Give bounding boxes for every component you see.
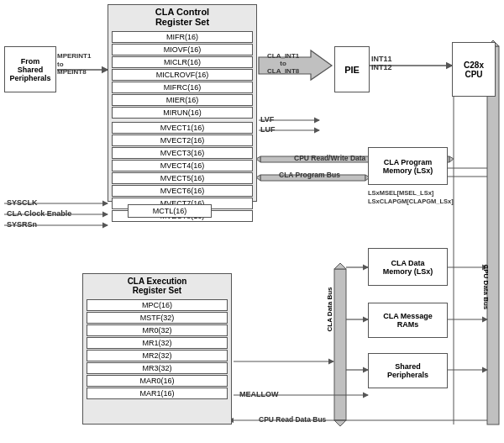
sysclk-label: SYSCLK — [7, 198, 38, 207]
luf-label: LUF — [260, 125, 276, 134]
lsxmsel-label: LSxMSEL[MSEL_LSx] — [368, 189, 433, 197]
lsxclapgm-label: LSxCLAPGM[CLAPGM_LSx] — [368, 198, 454, 205]
cla-program-memory-label: CLA ProgramMemory (LSx) — [383, 158, 433, 175]
shared-peripherals-left-box: FromSharedPeripherals — [4, 46, 56, 92]
shared-peripherals-right-box: SharedPeripherals — [368, 353, 448, 388]
cla-execution-title: CLA ExecutionRegister Set — [83, 274, 231, 298]
cla-data-bus-label: CLA Data Bus — [326, 287, 333, 331]
cla-clock-label: CLA Clock Enable — [7, 209, 71, 218]
reg-mpc: MPC(16) — [87, 299, 228, 311]
reg-mr0: MR0(32) — [87, 324, 228, 336]
c28x-cpu-box: C28xCPU — [452, 42, 496, 97]
cla-int-label: CLA_INT1toCLA_INT8 — [267, 52, 299, 75]
svg-marker-18 — [334, 263, 346, 269]
cla-program-memory-box: CLA ProgramMemory (LSx) — [368, 147, 448, 185]
reg-mar1: MAR1(16) — [87, 388, 228, 399]
diagram: FromSharedPeripherals MPERINT1toMPEINT8 … — [0, 0, 504, 443]
sysrsn-label: SYSRSn — [7, 220, 37, 229]
cpu-data-bus-label: CPU Data Bus — [482, 265, 490, 310]
c28x-cpu-label: C28xCPU — [464, 61, 484, 79]
svg-marker-19 — [334, 420, 346, 426]
cla-data-memory-label: CLA DataMemory (LSx) — [383, 259, 433, 276]
cla-execution-register-box: CLA ExecutionRegister Set MPC(16) MSTF(3… — [82, 273, 232, 425]
cla-message-rams-box: CLA MessageRAMs — [368, 303, 448, 338]
mperint-label: MPERINT1toMPEINT8 — [57, 52, 91, 76]
reg-mirun: MIRUN(16) — [112, 107, 253, 119]
int-label: INT11INT12 — [371, 55, 392, 71]
pie-label: PIE — [344, 65, 360, 75]
reg-mvect3: MVECT3(16) — [112, 147, 253, 159]
shared-peripherals-right-label: SharedPeripherals — [387, 362, 428, 379]
reg-mifr: MIFR(16) — [112, 31, 253, 43]
meallow-label: MEALLOW — [239, 390, 279, 398]
lvf-label: LVF — [260, 115, 274, 124]
reg-mctl-label: MCTL(16) — [153, 207, 187, 215]
reg-mctl-box: MCTL(16) — [128, 204, 212, 218]
svg-rect-15 — [487, 46, 499, 425]
reg-mr2: MR2(32) — [87, 350, 228, 361]
reg-mstf: MSTF(32) — [87, 312, 228, 324]
reg-mvect1: MVECT1(16) — [112, 122, 253, 134]
reg-mr3: MR3(32) — [87, 362, 228, 374]
svg-rect-17 — [334, 269, 346, 420]
cla-control-title: CLA ControlRegister Set — [108, 5, 256, 29]
reg-mr1: MR1(32) — [87, 337, 228, 349]
reg-miclr: MICLR(16) — [112, 56, 253, 68]
reg-miclrovf: MICLROVF(16) — [112, 69, 253, 81]
cla-message-rams-label: CLA MessageRAMs — [383, 312, 433, 329]
reg-mier: MIER(16) — [112, 94, 253, 106]
cla-control-register-box: CLA ControlRegister Set MIFR(16) MIOVF(1… — [108, 4, 257, 202]
cpu-read-bus-label: CPU Read Data Bus — [259, 415, 326, 424]
reg-mvect5: MVECT5(16) — [112, 172, 253, 184]
reg-mifrc: MIFRC(16) — [112, 82, 253, 93]
reg-mvect2: MVECT2(16) — [112, 134, 253, 146]
shared-peripherals-left-label: FromSharedPeripherals — [9, 57, 50, 82]
reg-miovf: MIOVF(16) — [112, 44, 253, 55]
pie-box: PIE — [334, 46, 370, 92]
reg-mvect6: MVECT6(16) — [112, 185, 253, 197]
reg-mvect4: MVECT4(16) — [112, 160, 253, 171]
reg-mar0: MAR0(16) — [87, 375, 228, 387]
cla-data-memory-box: CLA DataMemory (LSx) — [368, 248, 448, 286]
cla-program-bus-label: CLA Program Bus — [279, 171, 340, 179]
svg-marker-8 — [449, 156, 454, 162]
